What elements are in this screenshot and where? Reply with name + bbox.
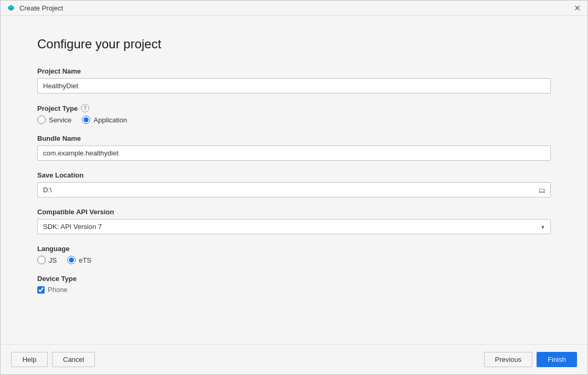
previous-button[interactable]: Previous [484, 352, 533, 367]
project-type-service-radio[interactable] [37, 116, 46, 124]
folder-browse-icon[interactable]: 🗂 [538, 186, 545, 194]
project-type-label: Project Type ? [37, 104, 551, 112]
bundle-name-label: Bundle Name [37, 134, 551, 142]
api-version-select[interactable]: SDK: API Version 7 SDK: API Version 6 SD… [37, 219, 551, 234]
project-name-section: Project Name [37, 67, 551, 93]
project-name-input[interactable] [37, 78, 551, 93]
language-ets-label: eTS [79, 256, 91, 264]
save-location-section: Save Location 🗂 [37, 171, 551, 197]
language-section: Language JS eTS [37, 245, 551, 264]
bundle-name-section: Bundle Name [37, 134, 551, 161]
help-button[interactable]: Help [11, 352, 48, 367]
api-version-section: Compatible API Version SDK: API Version … [37, 208, 551, 234]
footer-left: Help Cancel [11, 352, 95, 367]
project-type-radio-group: Service Application [37, 116, 551, 124]
save-location-input[interactable] [37, 182, 551, 197]
app-logo-icon [7, 4, 15, 12]
title-bar: Create Project ✕ [1, 1, 587, 16]
project-type-application-radio[interactable] [82, 116, 90, 124]
window-title: Create Project [19, 4, 63, 12]
language-ets-option[interactable]: eTS [67, 256, 91, 264]
footer-right: Previous Finish [484, 352, 577, 367]
bundle-name-input[interactable] [37, 145, 551, 161]
save-location-label: Save Location [37, 171, 551, 179]
api-version-label: Compatible API Version [37, 208, 551, 216]
title-bar-left: Create Project [7, 4, 63, 12]
device-type-phone-label: Phone [48, 286, 68, 294]
project-name-label: Project Name [37, 67, 551, 75]
project-type-application-label: Application [93, 116, 127, 124]
device-type-section: Device Type Phone [37, 275, 551, 294]
create-project-window: Create Project ✕ Configure your project … [0, 0, 588, 375]
language-radio-group: JS eTS [37, 256, 551, 264]
device-type-phone-option[interactable]: Phone [37, 286, 551, 294]
device-type-phone-checkbox[interactable] [37, 286, 45, 294]
project-type-application-option[interactable]: Application [82, 116, 127, 124]
api-version-select-wrapper: SDK: API Version 7 SDK: API Version 6 SD… [37, 219, 551, 234]
language-js-radio[interactable] [37, 256, 46, 264]
project-type-section: Project Type ? Service Application [37, 104, 551, 124]
language-js-label: JS [49, 256, 57, 264]
save-location-wrapper: 🗂 [37, 182, 551, 197]
footer: Help Cancel Previous Finish [1, 344, 587, 374]
language-js-option[interactable]: JS [37, 256, 57, 264]
device-type-label: Device Type [37, 275, 551, 283]
finish-button[interactable]: Finish [537, 352, 577, 367]
close-button[interactable]: ✕ [573, 4, 581, 12]
project-type-service-label: Service [49, 116, 71, 124]
form-content: Configure your project Project Name Proj… [1, 16, 587, 344]
page-title: Configure your project [37, 37, 551, 51]
cancel-button[interactable]: Cancel [52, 352, 95, 367]
project-type-service-option[interactable]: Service [37, 116, 71, 124]
language-label: Language [37, 245, 551, 253]
language-ets-radio[interactable] [67, 256, 76, 264]
project-type-help-icon[interactable]: ? [81, 104, 89, 112]
